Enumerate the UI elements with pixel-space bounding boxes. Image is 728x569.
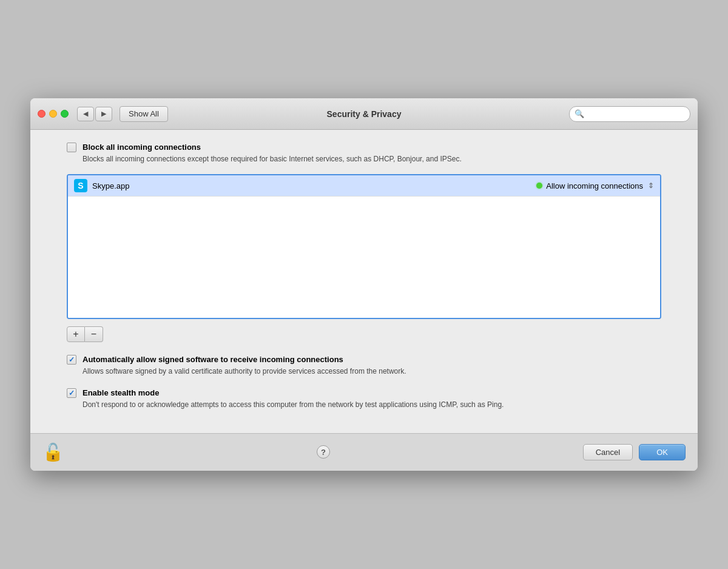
auto-allow-description: Allows software signed by a valid certif… [83, 366, 406, 377]
titlebar: ◀ ▶ Show All Security & Privacy 🔍 [30, 98, 698, 130]
search-box[interactable]: 🔍 [569, 106, 690, 122]
close-button[interactable] [38, 110, 46, 118]
forward-button[interactable]: ▶ [95, 107, 112, 121]
main-window: ◀ ▶ Show All Security & Privacy 🔍 Block … [30, 98, 698, 471]
nav-buttons: ◀ ▶ [77, 107, 112, 121]
app-list-row-skype[interactable]: S Skype.app Allow incoming connections ⇕ [68, 175, 660, 197]
block-all-checkbox[interactable] [67, 143, 76, 152]
status-label: Allow incoming connections [546, 181, 643, 190]
add-remove-buttons: + − [67, 326, 661, 342]
help-button-left[interactable]: ? [317, 445, 330, 459]
skype-app-icon: S [74, 179, 87, 192]
auto-allow-label-group: Automatically allow signed software to r… [83, 354, 406, 377]
bottom-buttons: Cancel OK [583, 444, 686, 460]
ok-button[interactable]: OK [639, 444, 686, 460]
stealth-mode-label: Enable stealth mode [83, 388, 504, 399]
block-all-label: Block all incoming connections [83, 142, 462, 153]
stealth-mode-row: Enable stealth mode Don't respond to or … [67, 388, 661, 410]
block-all-row: Block all incoming connections Blocks al… [67, 142, 661, 164]
stealth-mode-checkbox[interactable] [67, 388, 76, 398]
app-list-empty-area [68, 197, 660, 318]
auto-allow-checkbox[interactable] [67, 355, 76, 365]
status-dropdown-arrow[interactable]: ⇕ [648, 181, 654, 190]
lock-container: 🔓 [42, 442, 64, 462]
content-area: Block all incoming connections Blocks al… [30, 130, 698, 433]
app-list-container: S Skype.app Allow incoming connections ⇕ [67, 174, 661, 319]
minimize-button[interactable] [49, 110, 57, 118]
app-status: Allow incoming connections ⇕ [536, 181, 654, 190]
show-all-button[interactable]: Show All [120, 106, 168, 122]
cancel-button[interactable]: Cancel [583, 444, 633, 460]
maximize-button[interactable] [61, 110, 69, 118]
search-input[interactable] [587, 109, 685, 118]
app-name: Skype.app [92, 181, 129, 190]
window-title: Security & Privacy [327, 109, 402, 119]
add-app-button[interactable]: + [67, 326, 85, 342]
remove-app-button[interactable]: − [85, 326, 103, 342]
auto-allow-row: Automatically allow signed software to r… [67, 354, 661, 377]
traffic-lights [38, 110, 69, 118]
block-all-label-group: Block all incoming connections Blocks al… [83, 142, 462, 164]
block-all-description: Blocks all incoming connections except t… [83, 154, 462, 164]
status-indicator [536, 183, 542, 189]
search-icon: 🔍 [575, 109, 584, 118]
back-button[interactable]: ◀ [77, 107, 94, 121]
auto-allow-label: Automatically allow signed software to r… [83, 354, 406, 365]
lock-icon[interactable]: 🔓 [42, 442, 64, 462]
stealth-mode-label-group: Enable stealth mode Don't respond to or … [83, 388, 504, 410]
stealth-mode-description: Don't respond to or acknowledge attempts… [83, 400, 504, 410]
bottom-bar: 🔓 ? Cancel OK [30, 433, 698, 471]
